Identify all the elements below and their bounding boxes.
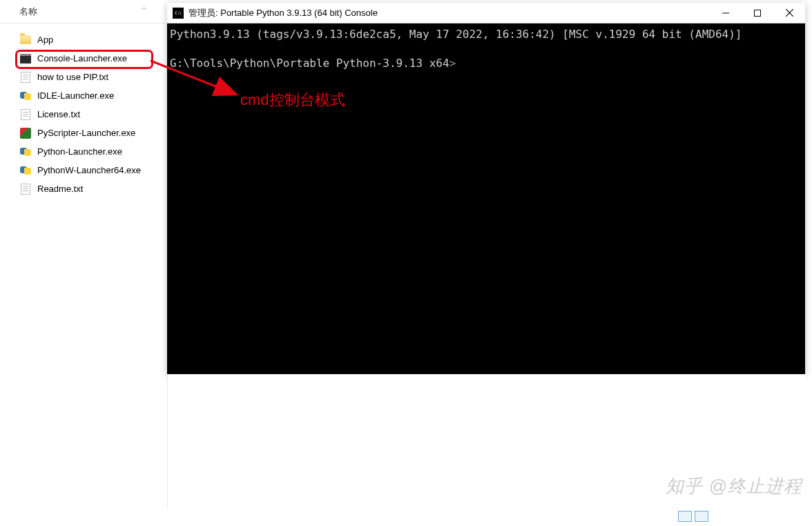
file-name: PythonW-Launcher64.exe xyxy=(37,165,141,175)
pyscripter-icon xyxy=(19,127,32,139)
titlebar[interactable]: C:\ 管理员: Portable Python 3.9.13 (64 bit)… xyxy=(167,3,805,23)
txt-icon xyxy=(19,71,32,84)
console-prompt-symbol: > xyxy=(450,57,456,70)
file-name: PyScripter-Launcher.exe xyxy=(37,128,135,138)
python-icon xyxy=(19,90,32,102)
file-row-license[interactable]: License.txt xyxy=(0,105,166,124)
window-title: 管理员: Portable Python 3.9.13 (64 bit) Con… xyxy=(188,7,710,19)
window-controls xyxy=(710,3,805,23)
tray-icon-1[interactable] xyxy=(678,511,692,522)
folder-icon xyxy=(19,34,32,46)
column-header-name: 名称 xyxy=(19,6,37,18)
exe-icon xyxy=(19,52,32,65)
close-button[interactable] xyxy=(773,3,805,23)
tray-icon-2[interactable] xyxy=(695,511,708,522)
file-name: App xyxy=(37,35,53,45)
file-name: Python-Launcher.exe xyxy=(37,146,122,157)
file-explorer-panel: 名称 ︿ App Console-Launcher.exe how to use… xyxy=(0,0,166,526)
tray-area xyxy=(678,511,708,522)
txt-icon xyxy=(19,183,32,195)
file-row-app[interactable]: App xyxy=(0,30,166,49)
file-row-console-launcher[interactable]: Console-Launcher.exe xyxy=(0,49,166,68)
file-row-pythonw-launcher[interactable]: PythonW-Launcher64.exe xyxy=(0,161,166,179)
file-name: IDLE-Launcher.exe xyxy=(37,90,114,101)
file-name: License.txt xyxy=(37,109,80,119)
file-row-idle-launcher[interactable]: IDLE-Launcher.exe xyxy=(0,86,166,105)
file-row-readme[interactable]: Readme.txt xyxy=(0,179,166,198)
console-version-line: Python3.9.13 (tags/v3.9.13:6de2ca5, May … xyxy=(170,28,742,41)
file-row-pyscripter-launcher[interactable]: PyScripter-Launcher.exe xyxy=(0,124,166,142)
txt-icon xyxy=(19,108,32,121)
minimize-button[interactable] xyxy=(710,3,742,23)
close-icon xyxy=(786,9,793,17)
file-list: App Console-Launcher.exe how to use PIP.… xyxy=(0,23,166,198)
console-prompt-path: G:\Tools\Python\Portable Python-3.9.13 x… xyxy=(170,57,450,70)
console-window: C:\ 管理员: Portable Python 3.9.13 (64 bit)… xyxy=(167,3,805,374)
python-icon xyxy=(19,146,32,158)
python-icon xyxy=(19,164,32,177)
file-row-python-launcher[interactable]: Python-Launcher.exe xyxy=(0,142,166,161)
file-name: Console-Launcher.exe xyxy=(37,53,127,64)
maximize-icon xyxy=(754,10,761,17)
sort-caret-icon: ︿ xyxy=(141,3,148,12)
console-body[interactable]: Python3.9.13 (tags/v3.9.13:6de2ca5, May … xyxy=(167,23,805,374)
svg-rect-3 xyxy=(755,10,761,16)
file-name: Readme.txt xyxy=(37,184,83,194)
explorer-header[interactable]: 名称 ︿ xyxy=(0,0,166,23)
file-name: how to use PIP.txt xyxy=(37,72,108,82)
console-app-icon: C:\ xyxy=(173,8,184,19)
file-row-how-to-use-pip[interactable]: how to use PIP.txt xyxy=(0,68,166,86)
blank-area xyxy=(167,374,805,509)
minimize-icon xyxy=(722,10,729,17)
maximize-button[interactable] xyxy=(742,3,773,23)
